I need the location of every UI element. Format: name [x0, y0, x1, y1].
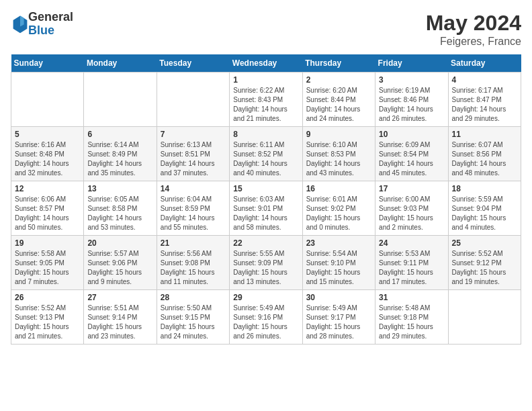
calendar-cell: 19Sunrise: 5:58 AMSunset: 9:05 PMDayligh… — [11, 236, 84, 290]
day-number: 8 — [233, 130, 298, 139]
day-number: 2 — [306, 75, 371, 85]
calendar-cell: 31Sunrise: 5:48 AMSunset: 9:18 PMDayligh… — [375, 290, 448, 345]
day-number: 14 — [161, 184, 226, 193]
calendar-cell: 3Sunrise: 6:19 AMSunset: 8:46 PMDaylight… — [375, 73, 448, 127]
day-number: 3 — [379, 75, 444, 85]
calendar-cell: 12Sunrise: 6:06 AMSunset: 8:57 PMDayligh… — [11, 181, 84, 236]
logo-general-text: General — [28, 11, 73, 24]
calendar-cell: 15Sunrise: 6:03 AMSunset: 9:01 PMDayligh… — [230, 181, 302, 236]
day-number: 12 — [15, 184, 80, 193]
calendar-cell: 23Sunrise: 5:54 AMSunset: 9:10 PMDayligh… — [302, 236, 375, 290]
day-number: 13 — [87, 184, 152, 193]
week-row-3: 12Sunrise: 6:06 AMSunset: 8:57 PMDayligh… — [11, 181, 521, 236]
day-number: 26 — [15, 293, 80, 302]
day-number: 21 — [161, 238, 226, 248]
calendar-cell: 22Sunrise: 5:55 AMSunset: 9:09 PMDayligh… — [230, 236, 302, 290]
calendar-cell — [448, 290, 521, 345]
calendar-cell: 24Sunrise: 5:53 AMSunset: 9:11 PMDayligh… — [375, 236, 448, 290]
day-info: Sunrise: 6:09 AMSunset: 8:54 PMDaylight:… — [379, 140, 444, 178]
logo-icon — [12, 15, 28, 34]
day-number: 1 — [233, 75, 298, 85]
calendar-cell: 14Sunrise: 6:04 AMSunset: 8:59 PMDayligh… — [157, 181, 229, 236]
day-number: 18 — [452, 184, 517, 193]
calendar-cell: 10Sunrise: 6:09 AMSunset: 8:54 PMDayligh… — [375, 127, 448, 181]
day-number: 17 — [379, 184, 444, 193]
day-info: Sunrise: 6:19 AMSunset: 8:46 PMDaylight:… — [379, 86, 444, 124]
day-info: Sunrise: 6:14 AMSunset: 8:49 PMDaylight:… — [87, 140, 152, 178]
day-info: Sunrise: 5:59 AMSunset: 9:04 PMDaylight:… — [452, 195, 517, 232]
day-number: 24 — [379, 238, 444, 248]
calendar-cell: 7Sunrise: 6:13 AMSunset: 8:51 PMDaylight… — [157, 127, 229, 181]
day-info: Sunrise: 6:03 AMSunset: 9:01 PMDaylight:… — [233, 195, 298, 232]
day-info: Sunrise: 6:22 AMSunset: 8:43 PMDaylight:… — [233, 86, 298, 124]
day-info: Sunrise: 5:49 AMSunset: 9:17 PMDaylight:… — [306, 304, 371, 341]
week-row-5: 26Sunrise: 5:52 AMSunset: 9:13 PMDayligh… — [11, 290, 521, 345]
day-info: Sunrise: 6:01 AMSunset: 9:02 PMDaylight:… — [306, 195, 371, 232]
day-info: Sunrise: 6:00 AMSunset: 9:03 PMDaylight:… — [379, 195, 444, 232]
day-info: Sunrise: 6:10 AMSunset: 8:53 PMDaylight:… — [306, 140, 371, 178]
calendar-cell: 2Sunrise: 6:20 AMSunset: 8:44 PMDaylight… — [302, 73, 375, 127]
calendar-cell: 17Sunrise: 6:00 AMSunset: 9:03 PMDayligh… — [375, 181, 448, 236]
day-info: Sunrise: 6:20 AMSunset: 8:44 PMDaylight:… — [306, 86, 371, 124]
day-number: 9 — [306, 130, 371, 139]
calendar-cell: 25Sunrise: 5:52 AMSunset: 9:12 PMDayligh… — [448, 236, 521, 290]
week-row-2: 5Sunrise: 6:16 AMSunset: 8:48 PMDaylight… — [11, 127, 521, 181]
day-info: Sunrise: 5:58 AMSunset: 9:05 PMDaylight:… — [15, 249, 80, 287]
day-header-monday: Monday — [84, 54, 157, 73]
calendar-cell: 29Sunrise: 5:49 AMSunset: 9:16 PMDayligh… — [230, 290, 302, 345]
day-number: 20 — [87, 238, 152, 248]
day-info: Sunrise: 5:52 AMSunset: 9:13 PMDaylight:… — [15, 304, 80, 341]
calendar-title: May 2024 — [426, 11, 521, 36]
day-header-sunday: Sunday — [11, 54, 84, 73]
calendar-cell: 5Sunrise: 6:16 AMSunset: 8:48 PMDaylight… — [11, 127, 84, 181]
calendar-cell: 26Sunrise: 5:52 AMSunset: 9:13 PMDayligh… — [11, 290, 84, 345]
header-row: SundayMondayTuesdayWednesdayThursdayFrid… — [11, 54, 521, 73]
day-info: Sunrise: 5:48 AMSunset: 9:18 PMDaylight:… — [379, 304, 444, 341]
calendar-table: SundayMondayTuesdayWednesdayThursdayFrid… — [11, 54, 521, 345]
calendar-cell: 16Sunrise: 6:01 AMSunset: 9:02 PMDayligh… — [302, 181, 375, 236]
day-info: Sunrise: 6:06 AMSunset: 8:57 PMDaylight:… — [15, 195, 80, 232]
day-info: Sunrise: 5:55 AMSunset: 9:09 PMDaylight:… — [233, 249, 298, 287]
day-info: Sunrise: 5:51 AMSunset: 9:14 PMDaylight:… — [87, 304, 152, 341]
logo-text: General Blue — [28, 11, 73, 38]
calendar-cell — [157, 73, 229, 127]
day-number: 31 — [379, 293, 444, 302]
day-number: 22 — [233, 238, 298, 248]
day-header-saturday: Saturday — [448, 54, 521, 73]
day-info: Sunrise: 5:56 AMSunset: 9:08 PMDaylight:… — [161, 249, 226, 287]
day-number: 19 — [15, 238, 80, 248]
day-header-friday: Friday — [375, 54, 448, 73]
day-number: 15 — [233, 184, 298, 193]
day-number: 5 — [15, 130, 80, 139]
calendar-cell: 6Sunrise: 6:14 AMSunset: 8:49 PMDaylight… — [84, 127, 157, 181]
day-info: Sunrise: 5:49 AMSunset: 9:16 PMDaylight:… — [233, 304, 298, 341]
calendar-cell: 4Sunrise: 6:17 AMSunset: 8:47 PMDaylight… — [448, 73, 521, 127]
calendar-cell — [11, 73, 84, 127]
title-block: May 2024 Feigeres, France — [426, 11, 521, 48]
day-header-wednesday: Wednesday — [230, 54, 302, 73]
day-info: Sunrise: 6:04 AMSunset: 8:59 PMDaylight:… — [161, 195, 226, 232]
day-info: Sunrise: 6:05 AMSunset: 8:58 PMDaylight:… — [87, 195, 152, 232]
week-row-1: 1Sunrise: 6:22 AMSunset: 8:43 PMDaylight… — [11, 73, 521, 127]
calendar-cell: 8Sunrise: 6:11 AMSunset: 8:52 PMDaylight… — [230, 127, 302, 181]
calendar-location: Feigeres, France — [426, 36, 521, 48]
day-number: 27 — [87, 293, 152, 302]
logo: General Blue — [11, 11, 73, 38]
day-number: 25 — [452, 238, 517, 248]
calendar-cell: 27Sunrise: 5:51 AMSunset: 9:14 PMDayligh… — [84, 290, 157, 345]
day-info: Sunrise: 6:07 AMSunset: 8:56 PMDaylight:… — [452, 140, 517, 178]
calendar-cell: 9Sunrise: 6:10 AMSunset: 8:53 PMDaylight… — [302, 127, 375, 181]
day-number: 28 — [161, 293, 226, 302]
day-info: Sunrise: 5:52 AMSunset: 9:12 PMDaylight:… — [452, 249, 517, 287]
day-info: Sunrise: 5:54 AMSunset: 9:10 PMDaylight:… — [306, 249, 371, 287]
calendar-cell: 18Sunrise: 5:59 AMSunset: 9:04 PMDayligh… — [448, 181, 521, 236]
calendar-cell: 30Sunrise: 5:49 AMSunset: 9:17 PMDayligh… — [302, 290, 375, 345]
day-info: Sunrise: 5:50 AMSunset: 9:15 PMDaylight:… — [161, 304, 226, 341]
day-number: 30 — [306, 293, 371, 302]
day-info: Sunrise: 6:17 AMSunset: 8:47 PMDaylight:… — [452, 86, 517, 124]
day-number: 7 — [161, 130, 226, 139]
calendar-cell: 20Sunrise: 5:57 AMSunset: 9:06 PMDayligh… — [84, 236, 157, 290]
calendar-cell: 13Sunrise: 6:05 AMSunset: 8:58 PMDayligh… — [84, 181, 157, 236]
logo-blue-text: Blue — [28, 24, 73, 38]
day-number: 29 — [233, 293, 298, 302]
